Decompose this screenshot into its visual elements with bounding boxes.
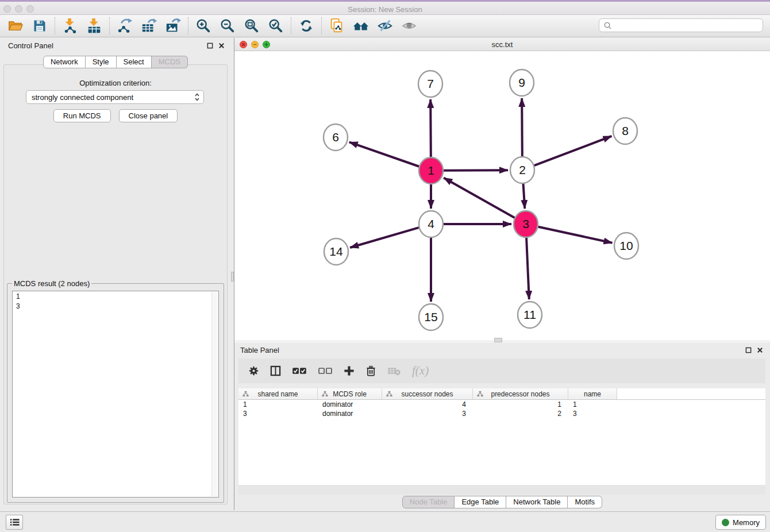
delete-row-trash-icon[interactable] [365, 365, 376, 376]
graph-node-8[interactable]: 8 [613, 118, 637, 144]
column-header-predecessor-nodes[interactable]: predecessor nodes [473, 388, 568, 399]
table-cell[interactable]: 1 [568, 400, 617, 409]
float-panel-icon[interactable] [744, 346, 752, 354]
column-header-shared-name[interactable]: shared name [238, 388, 318, 399]
tab-select[interactable]: Select [117, 56, 152, 68]
search-field[interactable] [599, 18, 763, 32]
splitter-grip[interactable] [494, 338, 502, 342]
save-session-icon[interactable] [28, 16, 52, 36]
tab-edge-table[interactable]: Edge Table [455, 496, 506, 508]
show-all-eye-icon[interactable] [397, 16, 421, 36]
import-network-icon[interactable] [58, 16, 82, 36]
table-scroll-strip[interactable] [238, 485, 765, 495]
import-table-icon[interactable] [82, 16, 106, 36]
table-cell[interactable]: 3 [382, 409, 473, 418]
toggle-panel-columns-icon[interactable] [270, 365, 281, 376]
hide-selected-eye-icon[interactable] [373, 16, 397, 36]
table-cell[interactable]: dominator [318, 409, 382, 418]
column-header-mcds-role[interactable]: MCDS role [318, 388, 382, 399]
table-header-row: shared name MCDS role [238, 388, 765, 400]
table-row[interactable]: 3dominator323 [238, 409, 765, 418]
network-graph[interactable]: 7968124314101511 [234, 51, 770, 340]
table-cell[interactable]: 1 [238, 400, 318, 409]
tree-icon [242, 391, 249, 397]
network-window-title-bar[interactable]: scc.txt [234, 38, 770, 51]
graph-edge-2-9[interactable] [522, 98, 522, 157]
graph-node-15[interactable]: 15 [419, 304, 443, 330]
close-panel-button[interactable]: Close panel [119, 109, 178, 122]
float-panel-icon[interactable] [206, 41, 214, 49]
zoom-out-icon[interactable] [215, 16, 240, 36]
run-mcds-button[interactable]: Run MCDS [53, 109, 111, 122]
table-cell[interactable]: 3 [568, 409, 617, 418]
graph-node-6[interactable]: 6 [324, 124, 348, 151]
column-settings-gear-icon[interactable] [248, 365, 259, 376]
criterion-dropdown[interactable]: strongly connected component [26, 90, 204, 104]
memory-button[interactable]: Memory [715, 515, 766, 530]
task-history-button[interactable] [6, 515, 23, 530]
graph-edge-1-2[interactable] [443, 170, 508, 171]
export-network-icon[interactable] [113, 16, 137, 36]
column-header-successor-nodes[interactable]: successor nodes [382, 388, 473, 399]
graph-edge-4-14[interactable] [350, 228, 419, 248]
splitter-grip[interactable] [231, 272, 234, 282]
table-cell[interactable]: 1 [473, 400, 568, 409]
zoom-selected-icon[interactable] [264, 16, 288, 36]
table-cell[interactable]: 4 [382, 400, 473, 409]
add-row-plus-icon[interactable] [344, 365, 355, 376]
open-session-icon[interactable] [3, 16, 28, 36]
table-cell[interactable]: dominator [318, 400, 382, 409]
delete-table-icon [387, 366, 401, 376]
graph-node-2[interactable]: 2 [510, 157, 534, 183]
graph-edge-3-10[interactable] [538, 226, 613, 242]
graph-node-7[interactable]: 7 [418, 71, 442, 97]
graph-node-label: 8 [622, 124, 629, 137]
graph-edge-2-3[interactable] [523, 183, 525, 209]
zoom-fit-icon[interactable] [240, 16, 264, 36]
tab-network-table[interactable]: Network Table [506, 496, 568, 508]
result-scrollbar[interactable] [211, 292, 218, 496]
table-cell[interactable]: 3 [238, 409, 318, 418]
graph-node-9[interactable]: 9 [510, 70, 534, 96]
table-cell[interactable]: 2 [473, 409, 568, 418]
close-panel-icon[interactable] [217, 41, 225, 49]
criterion-value: strongly connected component [32, 93, 194, 102]
tab-node-table[interactable]: Node Table [402, 496, 455, 508]
mcds-result-group: MCDS result (2 nodes) 1 3 [7, 283, 224, 503]
graph-edge-3-11[interactable] [526, 237, 529, 299]
deselect-all-checkbox-icon[interactable] [318, 367, 333, 375]
graph-edge-1-7[interactable] [430, 99, 431, 157]
application-window: Session: New Session [0, 0, 770, 532]
tab-style[interactable]: Style [86, 56, 117, 68]
zoom-in-icon[interactable] [191, 16, 215, 36]
graph-edge-3-1[interactable] [444, 178, 515, 218]
column-header-name[interactable]: name [568, 388, 617, 399]
status-bar: Memory [0, 511, 770, 532]
graph-node-11[interactable]: 11 [518, 302, 542, 328]
refresh-icon[interactable] [294, 16, 318, 36]
list-icon [9, 518, 20, 527]
tab-mcds[interactable]: MCDS [152, 56, 188, 68]
select-all-checkbox-icon[interactable] [292, 367, 307, 375]
graph-edge-1-6[interactable] [349, 142, 419, 167]
search-input[interactable] [615, 21, 763, 30]
network-window-title: scc.txt [234, 40, 770, 49]
graph-node-4[interactable]: 4 [419, 211, 443, 237]
tab-motifs[interactable]: Motifs [568, 496, 602, 508]
graph-node-14[interactable]: 14 [324, 238, 348, 265]
mcds-result-textarea[interactable]: 1 3 [12, 291, 219, 498]
graph-node-10[interactable]: 10 [614, 233, 638, 259]
chevron-updown-icon [194, 92, 200, 102]
graph-node-1[interactable]: 1 [419, 157, 443, 184]
graph-edge-2-8[interactable] [534, 136, 612, 166]
home-icon[interactable] [349, 16, 373, 36]
table-row[interactable]: 1dominator411 [238, 400, 765, 409]
graph-node-3[interactable]: 3 [514, 211, 538, 237]
function-builder-icon: f(x) [412, 364, 429, 378]
export-table-icon[interactable] [137, 16, 161, 36]
graph-node-label: 6 [332, 130, 339, 144]
export-image-icon[interactable] [161, 16, 185, 36]
close-panel-icon[interactable] [756, 346, 764, 354]
tab-network[interactable]: Network [43, 56, 86, 68]
cyndex-icon[interactable] [325, 16, 349, 36]
